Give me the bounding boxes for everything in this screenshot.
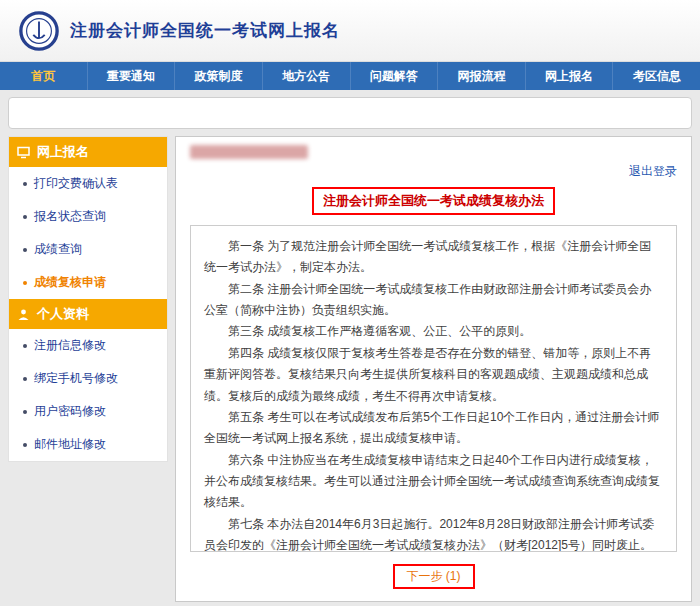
nav-item-local-announcements[interactable]: 地方公告 bbox=[263, 62, 351, 90]
document-title-row: 注册会计师全国统一考试成绩复核办法 bbox=[190, 187, 677, 215]
sidebar-item-label: 注册信息修改 bbox=[34, 337, 106, 354]
document-paragraph: 第四条 成绩复核仅限于复核考生答卷是否存在分数的错登、错加等，原则上不再重新评阅… bbox=[204, 343, 663, 407]
sidebar-item-label: 成绩查询 bbox=[34, 241, 82, 258]
main-panel: 退出登录 注册会计师全国统一考试成绩复核办法 第一条 为了规范注册会计师全国统一… bbox=[175, 136, 692, 602]
document-paragraph: 第六条 中注协应当在考生成绩复核申请结束之日起40个工作日内进行成绩复核，并公布… bbox=[204, 450, 663, 514]
main-nav: 首页 重要通知 政策制度 地方公告 问题解答 网报流程 网上报名 考区信息 bbox=[0, 62, 700, 90]
nav-item-online-registration[interactable]: 网上报名 bbox=[526, 62, 614, 90]
bullet-icon bbox=[23, 248, 27, 252]
sidebar-item-registration-status[interactable]: 报名状态查询 bbox=[9, 200, 167, 233]
sidebar-item-label: 绑定手机号修改 bbox=[34, 370, 118, 387]
next-step-button[interactable]: 下一步 (1) bbox=[393, 564, 475, 589]
site-header: 注册会计师全国统一考试网上报名 bbox=[0, 0, 700, 62]
page: 注册会计师全国统一考试网上报名 首页 重要通知 政策制度 地方公告 问题解答 网… bbox=[0, 0, 700, 606]
logout-row: 退出登录 bbox=[190, 161, 677, 179]
next-step-row: 下一步 (1) bbox=[190, 564, 677, 589]
sidebar-list-registration: 打印交费确认表 报名状态查询 成绩查询 成绩复核申请 bbox=[9, 167, 167, 299]
sidebar-list-personal: 注册信息修改 绑定手机号修改 用户密码修改 邮件地址修改 bbox=[9, 329, 167, 461]
document-paragraph: 第七条 本办法自2014年6月3日起施行。2012年8月28日财政部注册会计师考… bbox=[204, 514, 663, 552]
logout-link[interactable]: 退出登录 bbox=[629, 164, 677, 178]
bullet-icon bbox=[23, 344, 27, 348]
site-logo-icon bbox=[18, 10, 60, 52]
sidebar: 网上报名 打印交费确认表 报名状态查询 成绩查询 成绩复核申请 bbox=[8, 136, 168, 462]
sidebar-item-phone-edit[interactable]: 绑定手机号修改 bbox=[9, 362, 167, 395]
sidebar-item-score-review-application[interactable]: 成绩复核申请 bbox=[9, 266, 167, 299]
sidebar-item-password-edit[interactable]: 用户密码修改 bbox=[9, 395, 167, 428]
sidebar-item-label: 报名状态查询 bbox=[34, 208, 106, 225]
user-info-row bbox=[190, 145, 677, 161]
redacted-username bbox=[190, 145, 308, 159]
sidebar-item-label: 成绩复核申请 bbox=[34, 274, 106, 291]
person-icon bbox=[17, 308, 30, 321]
nav-item-home[interactable]: 首页 bbox=[0, 62, 88, 90]
bullet-icon bbox=[23, 443, 27, 447]
sidebar-section-personal-info: 个人资料 bbox=[9, 299, 167, 329]
nav-item-notices[interactable]: 重要通知 bbox=[88, 62, 176, 90]
document-paragraph: 第一条 为了规范注册会计师全国统一考试成绩复核工作，根据《注册会计师全国统一考试… bbox=[204, 236, 663, 279]
document-title: 注册会计师全国统一考试成绩复核办法 bbox=[312, 187, 555, 215]
page-title: 注册会计师全国统一考试网上报名 bbox=[70, 19, 340, 42]
sidebar-section-title: 个人资料 bbox=[37, 305, 89, 323]
bullet-icon bbox=[23, 182, 27, 186]
bullet-icon bbox=[23, 410, 27, 414]
sidebar-item-label: 打印交费确认表 bbox=[34, 175, 118, 192]
document-body: 第一条 为了规范注册会计师全国统一考试成绩复核工作，根据《注册会计师全国统一考试… bbox=[190, 225, 677, 552]
bullet-icon bbox=[23, 281, 27, 285]
nav-item-exam-areas[interactable]: 考区信息 bbox=[613, 62, 700, 90]
sidebar-item-registration-info-edit[interactable]: 注册信息修改 bbox=[9, 329, 167, 362]
bullet-icon bbox=[23, 377, 27, 381]
nav-item-faq[interactable]: 问题解答 bbox=[351, 62, 439, 90]
sidebar-item-print-payment-confirmation[interactable]: 打印交费确认表 bbox=[9, 167, 167, 200]
sidebar-item-email-edit[interactable]: 邮件地址修改 bbox=[9, 428, 167, 461]
sidebar-section-online-registration: 网上报名 bbox=[9, 137, 167, 167]
document-paragraph: 第五条 考生可以在考试成绩发布后第5个工作日起10个工作日内，通过注册会计师全国… bbox=[204, 407, 663, 450]
document-paragraph: 第二条 注册会计师全国统一考试成绩复核工作由财政部注册会计师考试委员会办公室（简… bbox=[204, 279, 663, 322]
content-area: 网上报名 打印交费确认表 报名状态查询 成绩查询 成绩复核申请 bbox=[0, 134, 700, 606]
monitor-icon bbox=[17, 146, 30, 159]
nav-item-registration-process[interactable]: 网报流程 bbox=[438, 62, 526, 90]
sidebar-item-label: 用户密码修改 bbox=[34, 403, 106, 420]
sidebar-item-score-inquiry[interactable]: 成绩查询 bbox=[9, 233, 167, 266]
notice-banner bbox=[8, 97, 692, 129]
sidebar-item-label: 邮件地址修改 bbox=[34, 436, 106, 453]
nav-item-policies[interactable]: 政策制度 bbox=[175, 62, 263, 90]
document-paragraph: 第三条 成绩复核工作严格遵循客观、公正、公平的原则。 bbox=[204, 321, 663, 342]
bullet-icon bbox=[23, 215, 27, 219]
sidebar-section-title: 网上报名 bbox=[37, 143, 89, 161]
